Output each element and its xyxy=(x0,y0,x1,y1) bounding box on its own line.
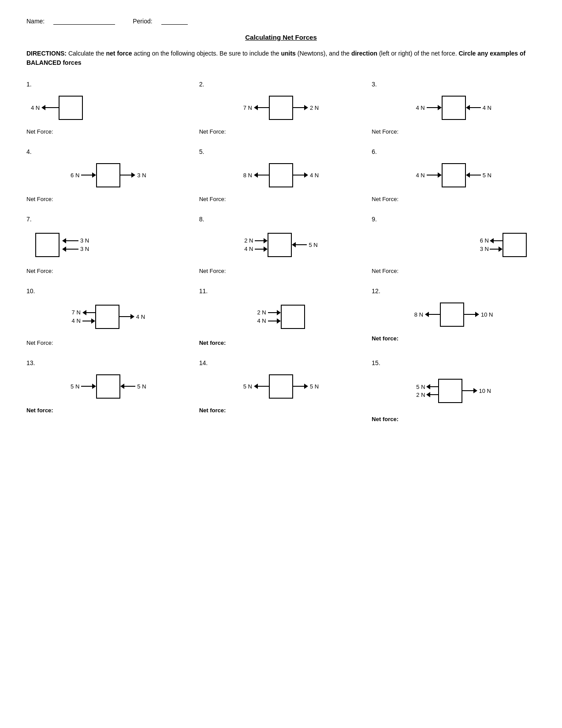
problem-14-netforce: Net force: xyxy=(199,407,363,414)
p5-left-arrow-shaft xyxy=(258,175,269,175)
p5-right-arrow-head xyxy=(304,172,308,178)
p12-left-arrow-shaft xyxy=(429,314,440,315)
p8-bottom-arrow-shaft xyxy=(255,249,264,250)
p10-row1: 7 N xyxy=(72,309,95,316)
p9-top-arrow-head xyxy=(490,238,494,243)
directions-text3: (Newtons), and the xyxy=(298,50,351,57)
period-field[interactable] xyxy=(161,18,188,25)
p10-top-force: 7 N xyxy=(72,309,81,316)
problem-1-number: 1. xyxy=(26,81,190,88)
p8-right-arrow xyxy=(292,242,307,247)
p6-right-arrow-head xyxy=(466,172,470,178)
p10-right-arrow xyxy=(119,314,134,319)
p6-left-force: 4 N xyxy=(416,172,424,179)
p6-right-force: 5 N xyxy=(483,172,491,179)
problem-2-diagram: 7 N 2 N xyxy=(199,92,363,123)
problem-3: 3. 4 N 4 N Net Force: xyxy=(372,81,536,135)
p11-top-arrow-head xyxy=(277,310,281,315)
problem-8: 8. 2 N 4 N xyxy=(199,216,363,274)
problem-6-netforce: Net Force: xyxy=(372,196,536,202)
problem-15: 15. 5 N 2 N xyxy=(372,359,536,422)
p4-right-arrow xyxy=(120,172,135,178)
p2-right-arrow-head xyxy=(304,105,308,110)
p4-left-arrow-shaft xyxy=(81,175,92,175)
name-label: Name: xyxy=(26,18,45,25)
p9-bottom-arrow-shaft xyxy=(490,249,499,250)
p10-right-arrow-head xyxy=(130,314,134,319)
p10-bottom-force: 4 N xyxy=(72,317,81,324)
p3-right-force: 4 N xyxy=(483,105,491,111)
p6-box xyxy=(442,163,466,187)
p4-left-arrow xyxy=(81,172,96,178)
p15-bottom-arrow-head xyxy=(426,392,430,397)
p15-row2: 2 N xyxy=(416,392,438,398)
p2-left-arrow xyxy=(254,105,269,110)
problem-14-number: 14. xyxy=(199,359,363,366)
p12-box xyxy=(440,302,464,327)
p2-box xyxy=(269,96,293,120)
p2-right-arrow xyxy=(293,105,308,110)
p15-bottom-arrow-shaft xyxy=(430,394,438,395)
problem-11: 11. 2 N 4 N N xyxy=(199,287,363,346)
p4-right-force: 3 N xyxy=(137,172,146,179)
p9-row1: 6 N xyxy=(480,237,502,244)
p13-right-force: 5 N xyxy=(137,383,146,390)
problem-8-number: 8. xyxy=(199,216,363,223)
problem-4-number: 4. xyxy=(26,148,190,155)
problem-10-diagram: 7 N 4 N 4 N xyxy=(26,299,190,334)
p3-left-arrow-shaft xyxy=(470,107,481,108)
directions: DIRECTIONS: Calculate the net force acti… xyxy=(26,49,536,67)
p11-bottom-arrow-head xyxy=(277,318,281,324)
p12-right-arrow-shaft xyxy=(464,314,475,315)
p15-box xyxy=(438,379,462,403)
p7-bottom-arrow xyxy=(62,246,78,252)
p11-row1: 2 N xyxy=(257,309,280,316)
problem-5-diagram: 8 N 4 N xyxy=(199,160,363,190)
p10-bottom-arrow xyxy=(82,318,95,324)
p9-bottom-arrow xyxy=(490,246,502,252)
problem-13-number: 13. xyxy=(26,359,190,366)
p12-left-arrow xyxy=(425,312,440,317)
p7-top-arrow xyxy=(62,238,78,243)
p10-bottom-arrow-shaft xyxy=(82,321,91,321)
p13-left-force: 5 N xyxy=(71,383,79,390)
problem-11-netforce: Net force: xyxy=(199,340,363,346)
p14-left-arrow-shaft xyxy=(258,386,269,387)
p13-box xyxy=(96,374,120,399)
p10-bottom-arrow-head xyxy=(91,318,95,324)
p14-left-force: 5 N xyxy=(243,383,252,390)
p8-bottom-force: 4 N xyxy=(244,246,253,252)
p9-stacked-right: 6 N 3 N xyxy=(480,237,502,252)
p8-top-arrow-shaft xyxy=(255,240,264,241)
p5-box xyxy=(269,163,293,187)
p11-top-arrow-shaft xyxy=(268,312,277,313)
header: Name: Period: xyxy=(26,18,536,25)
problem-13-netforce: Net force: xyxy=(26,407,190,414)
p3-left-force: 4 N xyxy=(416,105,424,111)
p8-stacked-left: 2 N 4 N xyxy=(244,237,268,252)
p15-right-arrow-shaft xyxy=(462,390,473,391)
problem-6: 6. 4 N 5 N Net Force: xyxy=(372,148,536,202)
p15-right-arrow xyxy=(462,388,477,393)
p12-right-force: 10 N xyxy=(481,311,493,318)
p9-box xyxy=(502,233,527,257)
problem-9-number: 9. xyxy=(372,216,536,223)
p4-box xyxy=(96,163,120,187)
p7-box xyxy=(35,233,60,257)
p4-left-arrow-head xyxy=(92,172,96,178)
p3-right-arrow xyxy=(427,105,442,110)
name-field[interactable] xyxy=(53,18,115,25)
p2-left-arrow-shaft xyxy=(258,107,269,108)
problem-8-diagram: 2 N 4 N 5 N xyxy=(199,227,363,262)
p1-left-arrow-shaft xyxy=(45,107,59,108)
p3-right-arrow-head xyxy=(438,105,442,110)
problem-5-netforce: Net Force: xyxy=(199,196,363,202)
problem-8-netforce: Net Force: xyxy=(199,268,363,274)
problem-11-number: 11. xyxy=(199,287,363,295)
p1-left-arrow xyxy=(41,105,59,110)
p11-bottom-force: 4 N xyxy=(257,317,266,324)
problem-14: 14. 5 N 5 N Net force: xyxy=(199,359,363,422)
p5-left-arrow xyxy=(254,172,269,178)
p15-top-arrow-shaft xyxy=(430,386,438,387)
p13-left-arrow xyxy=(81,384,96,389)
